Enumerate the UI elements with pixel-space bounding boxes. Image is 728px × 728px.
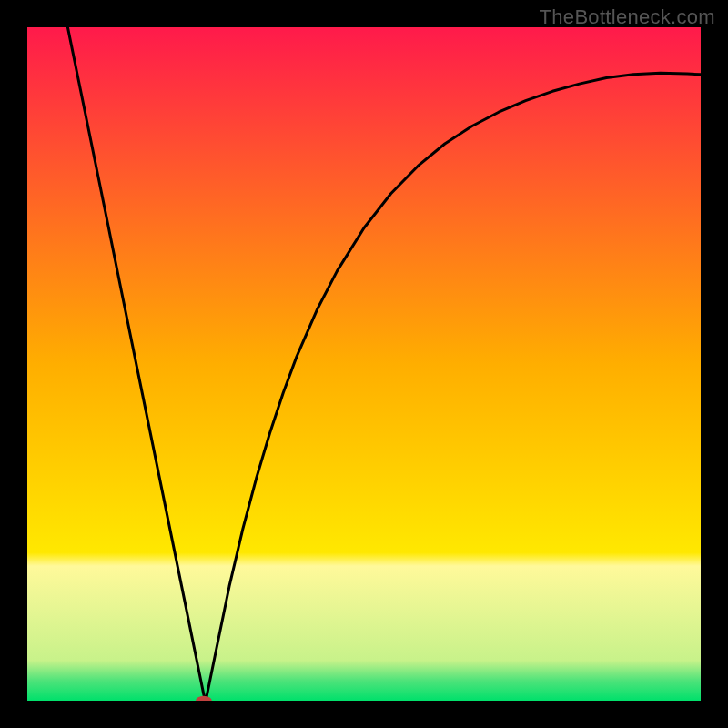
gradient-background [27,27,701,701]
chart-canvas [27,27,701,701]
watermark-text: TheBottleneck.com [540,5,715,29]
chart-frame: TheBottleneck.com [0,0,728,728]
